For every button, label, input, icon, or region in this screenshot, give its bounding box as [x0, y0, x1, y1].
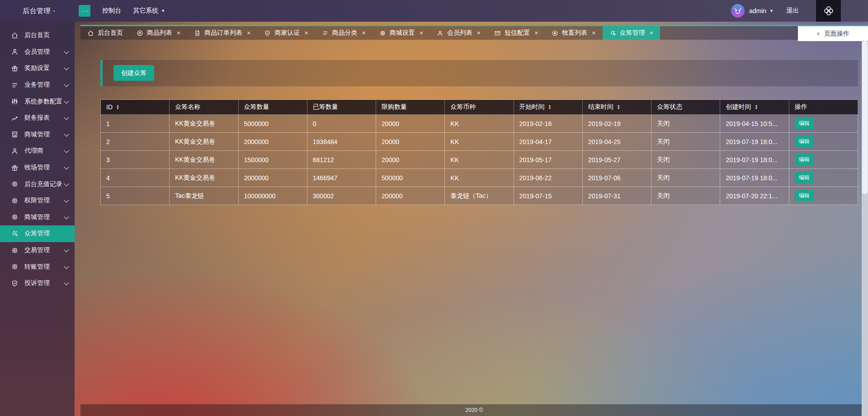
chevron-down-icon — [64, 198, 69, 203]
column-header-created-time[interactable]: 创建时间▲▼ — [720, 100, 789, 115]
close-icon[interactable]: × — [592, 29, 595, 37]
chevron-down-icon: ▼ — [769, 9, 774, 13]
cell-actions: 编辑 — [789, 151, 858, 169]
column-label: 结束时间 — [588, 103, 613, 111]
sidebar-item-transfer-mgmt[interactable]: 转账管理 — [0, 258, 75, 275]
tab-bar: 后台首页商品列表×商品订单列表×商家认证×商品分类×商城设置×会员列表×短信配置… — [80, 25, 868, 40]
user-menu[interactable]: admin ▼ — [749, 7, 774, 14]
table-row: 1KK黄金交易卷5000000020000KK2019-02-162019-02… — [101, 115, 858, 133]
tab-crowdfund-mgmt[interactable]: 众筹管理× — [603, 26, 660, 40]
close-icon[interactable]: × — [420, 29, 423, 37]
page-actions-button[interactable]: ∨ 页面操作 — [798, 26, 868, 41]
column-header-start-time[interactable]: 开始时间▲▼ — [514, 100, 582, 115]
cell-actions: 编辑 — [789, 133, 858, 151]
nav-console[interactable]: 控制台 — [102, 7, 121, 15]
cell-end-time: 2019-04-25 — [582, 133, 651, 151]
close-icon[interactable]: × — [650, 29, 653, 37]
sidebar-item-mall-mgmt-2[interactable]: 商城管理 — [0, 209, 75, 226]
close-icon[interactable]: × — [177, 29, 180, 37]
chevron-down-icon — [64, 164, 69, 169]
sidebar-item-member-mgmt[interactable]: 会员管理 — [0, 44, 75, 61]
sidebar-item-label: 后台充值记录 — [24, 180, 62, 188]
tab-merchant-auth[interactable]: 商家认证× — [257, 26, 315, 40]
cell-purchase-limit: 20000 — [376, 133, 445, 151]
cell-id: 4 — [101, 169, 170, 187]
sidebar-item-permission-mgmt[interactable]: 权限管理 — [0, 192, 75, 209]
toolbar-panel: 创建众筹 — [100, 60, 858, 86]
create-crowdfund-button[interactable]: 创建众筹 — [113, 65, 154, 81]
gift-icon — [11, 65, 19, 72]
column-header-name: 众筹名称 — [170, 100, 238, 115]
column-label: ID — [106, 103, 113, 111]
cell-actions: 编辑 — [789, 169, 858, 187]
sidebar-item-label: 系统参数配置 — [24, 98, 62, 106]
logout-button[interactable]: 退出 — [786, 7, 799, 15]
gear-icon — [11, 247, 19, 254]
scrollbar[interactable] — [862, 41, 868, 416]
sidebar-item-label: 商城管理 — [24, 213, 50, 221]
cell-currency: KK — [445, 151, 514, 169]
sidebar-item-system-params[interactable]: 系统参数配置 — [0, 93, 75, 110]
cell-id: 1 — [101, 115, 170, 133]
close-icon[interactable]: × — [362, 29, 366, 37]
column-label: 创建时间 — [726, 103, 751, 111]
tab-member-list[interactable]: 会员列表× — [430, 26, 487, 40]
edit-button[interactable]: 编辑 — [795, 118, 814, 129]
cell-purchase-limit: 200000 — [376, 187, 445, 205]
tab-label: 后台首页 — [98, 29, 123, 37]
chevron-down-icon — [64, 264, 69, 269]
sidebar-item-finance-reports[interactable]: 财务报表 — [0, 110, 75, 126]
tab-sms-config[interactable]: 短信配置× — [487, 26, 545, 40]
chevron-down-icon — [64, 65, 69, 70]
close-icon[interactable]: × — [304, 29, 308, 37]
page-actions-label: 页面操作 — [824, 30, 849, 38]
sidebar-item-crowdfund-mgmt[interactable]: 众筹管理 — [0, 225, 75, 242]
close-icon[interactable]: × — [247, 29, 250, 37]
sidebar-item-ranch-mgmt[interactable]: 牧场管理 — [0, 159, 75, 176]
column-header-end-time[interactable]: 结束时间▲▼ — [582, 100, 651, 115]
sidebar-item-label: 财务报表 — [24, 114, 50, 122]
sidebar-item-business-mgmt[interactable]: 业务管理 — [0, 77, 75, 93]
edit-button[interactable]: 编辑 — [795, 154, 814, 165]
sidebar-item-label: 会员管理 — [24, 48, 50, 56]
table-row: 5Tac泰龙链100000000300002200000泰龙链（Tac）2019… — [101, 187, 858, 205]
sidebar-item-complaint-mgmt[interactable]: 投诉管理 — [0, 275, 75, 292]
footer: 2020 © — [80, 404, 868, 416]
cell-name: KK黄金交易卷 — [170, 169, 238, 187]
cell-target-amount: 100000000 — [238, 187, 307, 205]
chevron-down-icon — [64, 247, 69, 252]
column-header-currency: 众筹币种 — [445, 100, 514, 115]
sidebar-item-trade-mgmt[interactable]: 交易管理 — [0, 242, 75, 259]
scrollbar-thumb[interactable] — [862, 41, 868, 194]
tab-product-category[interactable]: 商品分类× — [315, 26, 373, 40]
main-content: 后台首页商品列表×商品订单列表×商家认证×商品分类×商城设置×会员列表×短信配置… — [75, 22, 868, 416]
column-label: 众筹币种 — [450, 103, 476, 111]
tab-home[interactable]: 后台首页 — [80, 26, 130, 40]
menu-toggle-button[interactable]: ··· — [79, 5, 90, 17]
sidebar-item-recharge-records[interactable]: 后台充值记录 — [0, 176, 75, 192]
cell-actions: 编辑 — [789, 187, 858, 205]
close-icon[interactable]: × — [477, 29, 481, 37]
sidebar-item-agents[interactable]: 代理商 — [0, 143, 75, 159]
column-header-id[interactable]: ID▲▼ — [101, 100, 170, 115]
app-switcher-button[interactable] — [816, 0, 841, 22]
tab-product-list[interactable]: 商品列表× — [130, 26, 187, 40]
sidebar-item-dashboard[interactable]: 后台首页 — [0, 27, 75, 44]
home-icon — [87, 30, 94, 37]
cell-name: KK黄金交易卷 — [170, 115, 238, 133]
user-icon — [11, 48, 19, 56]
edit-button[interactable]: 编辑 — [795, 172, 814, 183]
close-icon[interactable]: × — [534, 29, 538, 37]
nav-other-systems[interactable]: 其它系统 ▼ — [133, 7, 165, 15]
copyright-text: 2020 © — [466, 407, 483, 413]
sidebar-item-reward-settings[interactable]: 奖励设置 — [0, 60, 75, 77]
sidebar-item-mall-mgmt[interactable]: 商城管理 — [0, 126, 75, 143]
edit-button[interactable]: 编辑 — [795, 136, 814, 147]
cell-target-amount: 5000000 — [238, 115, 307, 133]
tab-livestock-list[interactable]: 牧畜列表× — [545, 26, 602, 40]
tab-product-orders[interactable]: 商品订单列表× — [187, 26, 257, 40]
home-icon — [11, 32, 19, 39]
avatar[interactable] — [731, 4, 745, 18]
edit-button[interactable]: 编辑 — [795, 190, 814, 201]
tab-mall-settings[interactable]: 商城设置× — [373, 26, 430, 40]
